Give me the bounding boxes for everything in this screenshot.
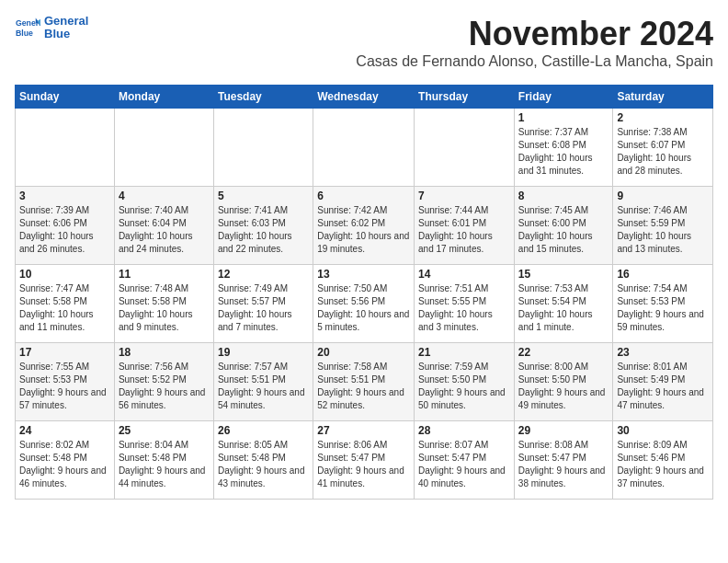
day-info: Sunrise: 8:07 AM Sunset: 5:47 PM Dayligh… (418, 439, 510, 490)
calendar-cell: 4Sunrise: 7:40 AM Sunset: 6:04 PM Daylig… (114, 187, 213, 265)
week-row-3: 10Sunrise: 7:47 AM Sunset: 5:58 PM Dayli… (16, 265, 713, 343)
day-number: 2 (617, 111, 709, 124)
col-header-saturday: Saturday (613, 86, 713, 109)
day-info: Sunrise: 7:37 AM Sunset: 6:08 PM Dayligh… (518, 126, 609, 178)
day-info: Sunrise: 8:06 AM Sunset: 5:47 PM Dayligh… (317, 439, 410, 490)
col-header-monday: Monday (114, 86, 213, 109)
calendar-cell: 22Sunrise: 8:00 AM Sunset: 5:50 PM Dayli… (514, 343, 613, 421)
title-section: November 2024 Casas de Fernando Alonso, … (356, 15, 713, 77)
day-number: 12 (218, 268, 309, 281)
day-info: Sunrise: 8:05 AM Sunset: 5:48 PM Dayligh… (218, 439, 309, 490)
week-row-5: 24Sunrise: 8:02 AM Sunset: 5:48 PM Dayli… (16, 421, 713, 500)
day-number: 4 (119, 190, 210, 202)
day-number: 14 (418, 268, 510, 281)
calendar-cell (213, 109, 313, 187)
day-number: 30 (617, 424, 709, 437)
day-number: 10 (19, 268, 110, 281)
calendar-cell: 8Sunrise: 7:45 AM Sunset: 6:00 PM Daylig… (514, 187, 613, 265)
day-info: Sunrise: 7:46 AM Sunset: 5:59 PM Dayligh… (617, 204, 709, 256)
day-number: 20 (317, 346, 410, 359)
col-header-wednesday: Wednesday (313, 86, 415, 109)
calendar-table: SundayMondayTuesdayWednesdayThursdayFrid… (15, 85, 713, 500)
day-number: 9 (617, 190, 709, 202)
calendar-header-row: SundayMondayTuesdayWednesdayThursdayFrid… (16, 86, 713, 109)
calendar-cell (114, 109, 213, 187)
col-header-thursday: Thursday (415, 86, 515, 109)
calendar-cell: 26Sunrise: 8:05 AM Sunset: 5:48 PM Dayli… (213, 421, 313, 500)
day-info: Sunrise: 7:50 AM Sunset: 5:56 PM Dayligh… (317, 282, 410, 334)
day-number: 21 (418, 346, 510, 359)
day-info: Sunrise: 7:55 AM Sunset: 5:53 PM Dayligh… (19, 361, 110, 412)
week-row-2: 3Sunrise: 7:39 AM Sunset: 6:06 PM Daylig… (16, 187, 713, 265)
day-number: 29 (518, 424, 609, 437)
calendar-cell: 3Sunrise: 7:39 AM Sunset: 6:06 PM Daylig… (16, 187, 115, 265)
week-row-4: 17Sunrise: 7:55 AM Sunset: 5:53 PM Dayli… (16, 343, 713, 421)
day-number: 26 (218, 424, 309, 437)
calendar-cell: 30Sunrise: 8:09 AM Sunset: 5:46 PM Dayli… (613, 421, 713, 500)
day-info: Sunrise: 7:57 AM Sunset: 5:51 PM Dayligh… (218, 361, 309, 412)
day-info: Sunrise: 8:02 AM Sunset: 5:48 PM Dayligh… (19, 439, 110, 490)
calendar-cell: 16Sunrise: 7:54 AM Sunset: 5:53 PM Dayli… (613, 265, 713, 343)
calendar-cell: 25Sunrise: 8:04 AM Sunset: 5:48 PM Dayli… (114, 421, 213, 500)
day-number: 7 (418, 190, 510, 202)
day-info: Sunrise: 7:39 AM Sunset: 6:06 PM Dayligh… (19, 204, 110, 256)
calendar-cell (313, 109, 415, 187)
calendar-cell: 1Sunrise: 7:37 AM Sunset: 6:08 PM Daylig… (514, 109, 613, 187)
day-info: Sunrise: 8:01 AM Sunset: 5:49 PM Dayligh… (617, 361, 709, 412)
day-number: 22 (518, 346, 609, 359)
day-number: 17 (19, 346, 110, 359)
calendar-cell: 13Sunrise: 7:50 AM Sunset: 5:56 PM Dayli… (313, 265, 415, 343)
day-number: 19 (218, 346, 309, 359)
page-header: General Blue General Blue November 2024 … (15, 15, 713, 77)
logo: General Blue General Blue (15, 15, 88, 41)
day-info: Sunrise: 7:59 AM Sunset: 5:50 PM Dayligh… (418, 361, 510, 412)
calendar-cell: 9Sunrise: 7:46 AM Sunset: 5:59 PM Daylig… (613, 187, 713, 265)
calendar-cell (16, 109, 115, 187)
day-number: 18 (119, 346, 210, 359)
day-number: 6 (317, 190, 410, 202)
day-info: Sunrise: 7:49 AM Sunset: 5:57 PM Dayligh… (218, 282, 309, 334)
day-number: 11 (119, 268, 210, 281)
day-info: Sunrise: 7:40 AM Sunset: 6:04 PM Dayligh… (119, 204, 210, 256)
calendar-cell: 27Sunrise: 8:06 AM Sunset: 5:47 PM Dayli… (313, 421, 415, 500)
day-info: Sunrise: 7:45 AM Sunset: 6:00 PM Dayligh… (518, 204, 609, 256)
week-row-1: 1Sunrise: 7:37 AM Sunset: 6:08 PM Daylig… (16, 109, 713, 187)
day-info: Sunrise: 8:00 AM Sunset: 5:50 PM Dayligh… (518, 361, 609, 412)
day-info: Sunrise: 7:58 AM Sunset: 5:51 PM Dayligh… (317, 361, 410, 412)
day-number: 24 (19, 424, 110, 437)
location-title: Casas de Fernando Alonso, Castille-La Ma… (356, 53, 713, 70)
day-info: Sunrise: 7:41 AM Sunset: 6:03 PM Dayligh… (218, 204, 309, 256)
day-info: Sunrise: 7:42 AM Sunset: 6:02 PM Dayligh… (317, 204, 410, 256)
day-number: 1 (518, 111, 609, 124)
svg-text:Blue: Blue (16, 29, 33, 38)
calendar-cell: 2Sunrise: 7:38 AM Sunset: 6:07 PM Daylig… (613, 109, 713, 187)
day-number: 5 (218, 190, 309, 202)
month-title: November 2024 (356, 15, 713, 53)
calendar-cell: 21Sunrise: 7:59 AM Sunset: 5:50 PM Dayli… (415, 343, 515, 421)
calendar-cell: 7Sunrise: 7:44 AM Sunset: 6:01 PM Daylig… (415, 187, 515, 265)
calendar-cell (415, 109, 515, 187)
day-info: Sunrise: 7:47 AM Sunset: 5:58 PM Dayligh… (19, 282, 110, 334)
calendar-cell: 28Sunrise: 8:07 AM Sunset: 5:47 PM Dayli… (415, 421, 515, 500)
day-number: 13 (317, 268, 410, 281)
calendar-cell: 15Sunrise: 7:53 AM Sunset: 5:54 PM Dayli… (514, 265, 613, 343)
day-info: Sunrise: 7:53 AM Sunset: 5:54 PM Dayligh… (518, 282, 609, 334)
day-number: 28 (418, 424, 510, 437)
day-info: Sunrise: 8:08 AM Sunset: 5:47 PM Dayligh… (518, 439, 609, 490)
day-info: Sunrise: 7:44 AM Sunset: 6:01 PM Dayligh… (418, 204, 510, 256)
day-number: 3 (19, 190, 110, 202)
calendar-cell: 10Sunrise: 7:47 AM Sunset: 5:58 PM Dayli… (16, 265, 115, 343)
day-info: Sunrise: 7:38 AM Sunset: 6:07 PM Dayligh… (617, 126, 709, 178)
logo-general: General (44, 15, 88, 28)
day-number: 15 (518, 268, 609, 281)
day-number: 27 (317, 424, 410, 437)
day-number: 25 (119, 424, 210, 437)
calendar-cell: 20Sunrise: 7:58 AM Sunset: 5:51 PM Dayli… (313, 343, 415, 421)
day-number: 16 (617, 268, 709, 281)
col-header-friday: Friday (514, 86, 613, 109)
calendar-cell: 11Sunrise: 7:48 AM Sunset: 5:58 PM Dayli… (114, 265, 213, 343)
day-info: Sunrise: 7:48 AM Sunset: 5:58 PM Dayligh… (119, 282, 210, 334)
calendar-cell: 5Sunrise: 7:41 AM Sunset: 6:03 PM Daylig… (213, 187, 313, 265)
calendar-cell: 14Sunrise: 7:51 AM Sunset: 5:55 PM Dayli… (415, 265, 515, 343)
calendar-cell: 17Sunrise: 7:55 AM Sunset: 5:53 PM Dayli… (16, 343, 115, 421)
